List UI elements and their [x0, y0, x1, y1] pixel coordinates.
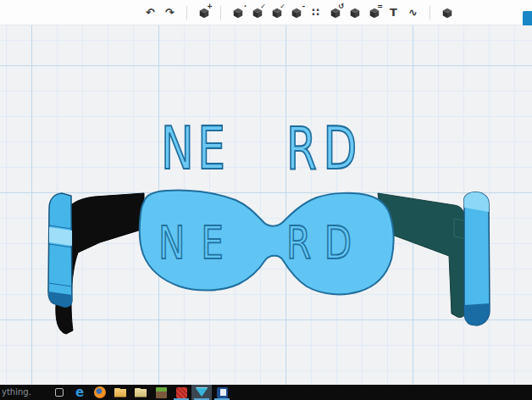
sketch-icon[interactable]: ✓	[249, 3, 265, 22]
edge-browser-button[interactable]: e	[69, 385, 90, 400]
pattern-icon[interactable]: ∷	[308, 3, 324, 22]
right-temple-tip[interactable]	[464, 192, 490, 325]
teal-triangle-icon	[196, 388, 208, 397]
account-button[interactable]	[523, 11, 532, 26]
task-view-icon	[55, 388, 64, 397]
undo-icon[interactable]: ↶	[142, 3, 158, 22]
measure-icon[interactable]: =	[366, 3, 382, 22]
cad-app-button[interactable]	[191, 385, 212, 400]
taskbar-search-box[interactable]: ything.	[0, 385, 49, 400]
blue-app-button[interactable]	[212, 385, 232, 400]
redo-icon[interactable]: ↷	[162, 3, 178, 22]
snap-icon[interactable]: ∿	[405, 3, 421, 22]
folder-icon	[114, 388, 126, 397]
toolbar: ↶ ↷ + · ✓ ✓ - ∷ ↺ = T ∿	[0, 0, 532, 25]
grouping-icon[interactable]: ↺	[327, 3, 343, 22]
task-view-button[interactable]	[49, 385, 69, 400]
floating-text-right[interactable]: RD	[286, 114, 363, 183]
modify-icon[interactable]: -	[288, 3, 304, 22]
firefox-button[interactable]	[90, 385, 110, 400]
minecraft-icon	[156, 387, 167, 398]
documents-folder-button[interactable]	[130, 385, 151, 400]
app-window: ↶ ↷ + · ✓ ✓ - ∷ ↺ = T ∿	[0, 0, 532, 400]
materials-icon[interactable]	[439, 3, 455, 22]
engraved-text-left: NE	[158, 216, 240, 269]
left-temple-tip[interactable]	[48, 193, 72, 307]
toolbar-separator	[429, 6, 430, 19]
glasses-model[interactable]: NE RD NE RD	[0, 25, 532, 385]
blue-app-icon	[217, 387, 228, 398]
transform-icon[interactable]: +	[196, 3, 212, 22]
toolbar-separator	[220, 6, 221, 19]
taskbar-icons: e	[49, 385, 232, 400]
minecraft-button[interactable]	[151, 385, 171, 400]
construct-icon[interactable]: ✓	[269, 3, 285, 22]
edge-icon: e	[75, 386, 84, 399]
toolbar-separator	[186, 6, 187, 19]
primitives-icon[interactable]: ·	[230, 3, 246, 22]
red-app-icon	[176, 387, 187, 398]
file-explorer-button[interactable]	[110, 385, 130, 400]
workplane-grid[interactable]: NE RD NE RD	[0, 25, 532, 385]
engraved-text-right: RD	[286, 216, 365, 269]
windows-taskbar: ything. e	[0, 385, 532, 400]
folder-icon	[135, 388, 147, 397]
combine-icon[interactable]	[346, 3, 363, 22]
text-tool-icon[interactable]: T	[385, 3, 402, 22]
floating-text-left[interactable]: NE	[161, 114, 229, 183]
firefox-icon	[94, 386, 106, 398]
red-app-button[interactable]	[171, 385, 191, 400]
